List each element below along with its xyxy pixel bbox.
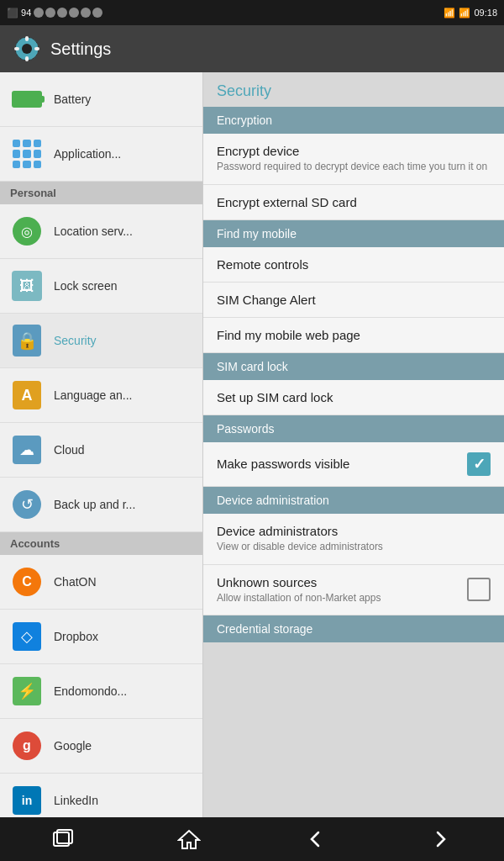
device-administrators-subtitle: View or disable device administrators — [217, 540, 491, 554]
settings-icon — [13, 35, 40, 62]
wifi-icon: 📶 — [444, 8, 455, 18]
sidebar: Battery Application... Personal ◎ Locati… — [0, 72, 203, 817]
notification-icons — [34, 8, 102, 18]
notif-icon-2 — [45, 8, 55, 18]
unknown-sources-row: Unknown sources Allow installation of no… — [217, 575, 491, 605]
sidebar-label-endomondo: Endomondo... — [54, 684, 127, 698]
unknown-sources-checkbox[interactable] — [467, 578, 491, 601]
encrypt-sd-title: Encrypt external SD card — [217, 195, 491, 209]
sidebar-item-google[interactable]: g Google — [0, 719, 202, 774]
svg-rect-2 — [25, 36, 29, 41]
bottom-nav — [0, 817, 504, 861]
back-icon — [303, 827, 327, 851]
clock: 09:18 — [474, 8, 497, 18]
svg-marker-8 — [179, 831, 199, 848]
content-item-setup-sim-lock[interactable]: Set up SIM card lock — [203, 380, 504, 415]
sidebar-label-battery: Battery — [54, 92, 91, 106]
content-title: Security — [203, 72, 504, 107]
notif-icon-1 — [34, 8, 44, 18]
content-item-remote-controls[interactable]: Remote controls — [203, 247, 504, 283]
status-bar-right: 📶 📶 09:18 — [444, 8, 497, 18]
backup-icon: ↺ — [10, 488, 44, 521]
security-icon: 🔒 — [10, 324, 44, 357]
notif-icon-6 — [92, 8, 102, 18]
content-item-encrypt-sd[interactable]: Encrypt external SD card — [203, 185, 504, 220]
sidebar-item-dropbox[interactable]: ◇ Dropbox — [0, 610, 202, 664]
language-icon: A — [10, 378, 44, 412]
sidebar-item-cloud[interactable]: ☁ Cloud — [0, 423, 202, 478]
app-header: Settings — [0, 25, 504, 72]
sidebar-item-endomondo[interactable]: ⚡ Endomondo... — [0, 664, 202, 719]
sidebar-item-lockscreen[interactable]: 🖼 Lock screen — [0, 259, 202, 314]
sidebar-item-applications[interactable]: Application... — [0, 127, 202, 182]
encrypt-device-subtitle: Password required to decrypt device each… — [217, 160, 491, 174]
sidebar-label-security: Security — [54, 334, 97, 347]
device-administrators-title: Device administrators — [217, 524, 491, 538]
remote-controls-title: Remote controls — [217, 257, 491, 272]
content-panel: Security Encryption Encrypt device Passw… — [203, 72, 504, 817]
section-credential-storage: Credential storage — [203, 615, 504, 642]
section-find-mobile: Find my mobile — [203, 220, 504, 247]
content-item-device-administrators[interactable]: Device administrators View or disable de… — [203, 514, 504, 565]
encrypt-device-title: Encrypt device — [217, 144, 491, 158]
home-button[interactable] — [164, 822, 214, 856]
passwords-visible-row: Make passwords visible ✓ — [217, 452, 491, 476]
endomondo-icon: ⚡ — [10, 674, 44, 708]
notif-icon-3 — [57, 8, 67, 18]
sidebar-item-location[interactable]: ◎ Location serv... — [0, 204, 202, 259]
section-accounts: Accounts — [0, 532, 202, 555]
unknown-sources-text-block: Unknown sources Allow installation of no… — [217, 575, 467, 605]
sidebar-item-backup[interactable]: ↺ Back up and r... — [0, 478, 202, 532]
content-item-encrypt-device[interactable]: Encrypt device Password required to decr… — [203, 134, 504, 185]
content-item-sim-change-alert[interactable]: SIM Change Alert — [203, 283, 504, 318]
sidebar-label-location: Location serv... — [54, 224, 133, 238]
sidebar-label-google: Google — [54, 739, 92, 753]
apps-icon — [10, 137, 44, 171]
battery-status: ⬛ 94 — [7, 8, 31, 18]
sidebar-item-linkedin[interactable]: in LinkedIn — [0, 774, 202, 817]
status-bar: ⬛ 94 📶 📶 09:18 — [0, 0, 504, 25]
google-icon: g — [10, 729, 44, 763]
cloud-icon: ☁ — [10, 433, 44, 467]
content-item-make-passwords-visible[interactable]: Make passwords visible ✓ — [203, 442, 504, 487]
sidebar-item-language[interactable]: A Language an... — [0, 368, 202, 423]
svg-rect-3 — [25, 56, 29, 61]
sidebar-label-backup: Back up and r... — [54, 498, 135, 511]
battery-icon — [10, 82, 44, 116]
recent-apps-button[interactable] — [38, 822, 88, 856]
find-mobile-web-title: Find my mobile web page — [217, 328, 491, 342]
svg-point-1 — [22, 44, 32, 54]
content-item-unknown-sources[interactable]: Unknown sources Allow installation of no… — [203, 565, 504, 616]
sidebar-label-linkedin: LinkedIn — [54, 794, 98, 807]
sidebar-label-dropbox: Dropbox — [54, 630, 98, 643]
dropbox-icon: ◇ — [10, 620, 44, 653]
sidebar-label-language: Language an... — [54, 388, 132, 402]
checkmark-icon: ✓ — [473, 455, 486, 473]
sim-change-alert-title: SIM Change Alert — [217, 293, 491, 307]
back-button[interactable] — [290, 822, 340, 856]
chaton-icon: C — [10, 565, 44, 599]
location-icon: ◎ — [10, 214, 44, 248]
passwords-visible-checkbox[interactable]: ✓ — [467, 452, 491, 476]
section-personal: Personal — [0, 182, 202, 204]
sidebar-item-chaton[interactable]: C ChatON — [0, 555, 202, 610]
notif-icon-4 — [69, 8, 79, 18]
section-sim-card-lock: SIM card lock — [203, 353, 504, 380]
sidebar-label-chaton: ChatON — [54, 575, 97, 589]
sidebar-label-cloud: Cloud — [54, 443, 85, 457]
notif-icon-5 — [81, 8, 91, 18]
sidebar-item-battery[interactable]: Battery — [0, 72, 202, 127]
svg-rect-5 — [34, 47, 39, 50]
lockscreen-icon: 🖼 — [10, 269, 44, 303]
app-title: Settings — [50, 40, 111, 59]
section-device-administration: Device administration — [203, 487, 504, 514]
unknown-sources-subtitle: Allow installation of non-Market apps — [217, 591, 467, 605]
unknown-sources-title: Unknown sources — [217, 575, 467, 589]
section-passwords: Passwords — [203, 415, 504, 442]
content-item-find-mobile-web[interactable]: Find my mobile web page — [203, 318, 504, 353]
sidebar-item-security[interactable]: 🔒 Security — [0, 314, 202, 368]
sidebar-label-lockscreen: Lock screen — [54, 279, 117, 293]
status-bar-left: ⬛ 94 — [7, 8, 102, 18]
recent-apps-icon — [51, 827, 75, 851]
menu-button[interactable] — [416, 822, 466, 856]
